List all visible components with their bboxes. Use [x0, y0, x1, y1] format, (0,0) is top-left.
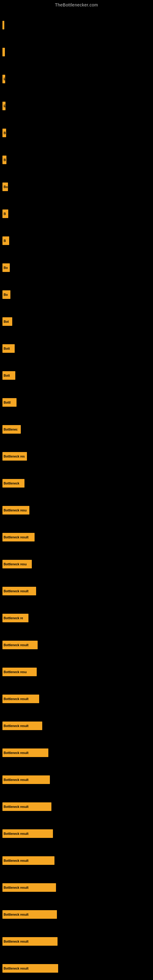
bar-17: Bottleneck res — [2, 452, 27, 461]
bar-8: B — [2, 210, 8, 218]
bar-label-3: E — [4, 78, 5, 81]
bar-row: Bott — [1, 362, 153, 389]
bar-row: Bottleneck result — [1, 955, 153, 980]
bar-label-24: Bottleneck result — [4, 643, 29, 647]
bar-row: Bottleneck result — [1, 524, 153, 550]
bar-label-12: Bot — [4, 320, 9, 323]
bar-5: B — [2, 129, 6, 137]
bar-row: Bottleneck result — [1, 766, 153, 793]
bar-row: Bottleneck result — [1, 928, 153, 955]
bar-label-22: Bottleneck result — [4, 590, 29, 593]
bar-label-26: Bottleneck result — [4, 697, 29, 701]
bar-25: Bottleneck resu — [2, 668, 37, 676]
bar-15: Bottl — [2, 398, 16, 407]
bar-row: Bottleneck — [1, 470, 153, 497]
bar-label-30: Bottleneck result — [4, 805, 29, 808]
bar-row: Bottlenec — [1, 416, 153, 443]
bar-row: Bottleneck resu — [1, 497, 153, 524]
bar-26: Bottleneck result — [2, 695, 39, 703]
bar-label-10: Bo — [4, 266, 8, 269]
site-title: TheBottlenecker.com — [0, 0, 153, 9]
bar-row: Bottleneck result — [1, 901, 153, 928]
bar-label-5: B — [4, 131, 6, 135]
bar-row: Bottleneck result — [1, 686, 153, 712]
bar-22: Bottleneck result — [2, 587, 36, 595]
bar-label-25: Bottleneck resu — [4, 670, 27, 674]
bar-1 — [2, 21, 4, 29]
bar-row: Bottleneck result — [1, 739, 153, 766]
bar-label-8: B — [4, 212, 6, 216]
bar-row: Bot — [1, 308, 153, 335]
bar-row: Bottl — [1, 389, 153, 416]
bar-label-35: Bottleneck result — [4, 940, 29, 943]
bar-label-28: Bottleneck result — [4, 751, 29, 755]
bar-label-18: Bottleneck — [4, 482, 19, 485]
bar-row: Bottleneck result — [1, 632, 153, 659]
bar-row — [1, 12, 153, 38]
bar-31: Bottleneck result — [2, 829, 53, 838]
bar-row: Bo — [1, 281, 153, 308]
bar-32: Bottleneck result — [2, 856, 54, 865]
bar-21: Bottleneck resu — [2, 560, 32, 568]
bar-row: B — [1, 119, 153, 146]
bar-label-20: Bottleneck result — [4, 536, 29, 539]
bar-9: B — [2, 236, 9, 245]
bar-3: E — [2, 75, 5, 83]
bar-label-27: Bottleneck result — [4, 724, 29, 728]
bar-34: Bottleneck result — [2, 910, 57, 919]
bar-label-33: Bottleneck result — [4, 886, 29, 889]
bar-row: Bottleneck resu — [1, 550, 153, 578]
bar-30: Bottleneck result — [2, 802, 51, 811]
bar-27: Bottleneck result — [2, 722, 42, 730]
bar-33: Bottleneck result — [2, 883, 56, 892]
bar-row: B — [1, 227, 153, 254]
bar-row: Bottleneck re — [1, 605, 153, 632]
bar-row: Bottleneck result — [1, 793, 153, 820]
bar-row: E — [1, 65, 153, 92]
bar-12: Bot — [2, 317, 12, 326]
bar-28: Bottleneck result — [2, 748, 48, 757]
bar-row: Bottleneck res — [1, 443, 153, 470]
bar-label-15: Bottl — [4, 401, 11, 404]
bar-7: Bo — [2, 183, 8, 191]
bar-row: Bott — [1, 335, 153, 362]
bar-29: Bottleneck result — [2, 775, 50, 784]
bar-label-11: Bo — [4, 293, 8, 296]
bar-label-9: B — [4, 239, 6, 243]
bar-20: Bottleneck result — [2, 533, 35, 541]
bar-label-14: Bott — [4, 374, 10, 377]
bar-16: Bottlenec — [2, 425, 21, 434]
bar-6: B — [2, 156, 6, 164]
bar-row: Bottleneck result — [1, 820, 153, 847]
bar-label-34: Bottleneck result — [4, 913, 29, 916]
bar-10: Bo — [2, 263, 10, 272]
bar-label-4: E — [4, 105, 5, 108]
bar-label-17: Bottleneck res — [4, 455, 25, 458]
bar-19: Bottleneck resu — [2, 506, 29, 514]
bar-label-32: Bottleneck result — [4, 859, 29, 862]
bar-label-23: Bottleneck re — [4, 616, 23, 620]
bar-14: Bott — [2, 371, 15, 380]
bar-2 — [2, 48, 5, 56]
bar-row: Bottleneck resu — [1, 659, 153, 686]
bar-label-6: B — [4, 158, 6, 162]
bar-row: B — [1, 146, 153, 173]
bars-container: EEBBBoBBBoBoBotBottBottBottlBottlenecBot… — [0, 9, 153, 980]
bar-label-29: Bottleneck result — [4, 778, 29, 781]
bar-label-16: Bottlenec — [4, 428, 18, 431]
bar-4: E — [2, 102, 5, 110]
bar-label-31: Bottleneck result — [4, 832, 29, 835]
bar-row: B — [1, 200, 153, 227]
bar-35: Bottleneck result — [2, 937, 57, 946]
bar-13: Bott — [2, 344, 15, 353]
bar-label-21: Bottleneck resu — [4, 563, 27, 566]
bar-row: Bo — [1, 254, 153, 281]
bar-label-36: Bottleneck result — [4, 967, 29, 970]
bar-label-7: Bo — [4, 185, 8, 189]
bar-row: Bottleneck result — [1, 578, 153, 605]
bar-23: Bottleneck re — [2, 614, 29, 622]
bar-18: Bottleneck — [2, 479, 24, 488]
bar-row: Bottleneck result — [1, 874, 153, 901]
bar-11: Bo — [2, 290, 10, 299]
bar-label-13: Bott — [4, 347, 10, 350]
